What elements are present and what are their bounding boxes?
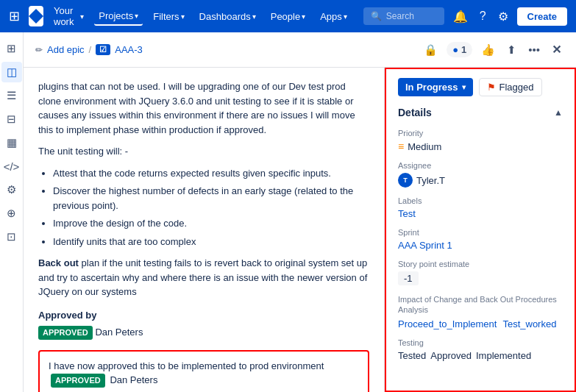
testing-tag-approved[interactable]: Approved xyxy=(430,350,472,361)
chevron-down-icon: ▾ xyxy=(135,12,138,20)
search-icon: 🔍 xyxy=(371,11,382,21)
nav-filters[interactable]: Filters ▾ xyxy=(149,8,188,25)
approved-by-section: Approved by APPROVED Dan Peters xyxy=(38,308,369,340)
approval-banner: I have now approved this to be implement… xyxy=(38,350,369,393)
jira-ticket-icon: ☑ xyxy=(96,44,110,55)
back-out-label: Back out xyxy=(38,257,79,268)
approved-by-label: Approved by xyxy=(38,308,369,323)
nav-dashboards[interactable]: Dashboards ▾ xyxy=(195,8,260,25)
priority-icon: ≡ xyxy=(398,140,404,152)
list-item: Attest that the code returns expected re… xyxy=(53,166,369,181)
chevron-down-icon: ▾ xyxy=(462,83,466,91)
share-icon[interactable]: ⬆ xyxy=(504,40,519,60)
content-split: plugins that can not be used. I will be … xyxy=(24,68,576,392)
sidebar-list-icon[interactable]: ☰ xyxy=(1,85,22,106)
priority-value: ≡ Medium xyxy=(398,140,563,152)
notification-icon[interactable]: 🔔 xyxy=(450,7,471,26)
story-point-box: -1 xyxy=(398,271,419,285)
story-point-label: Story point estimate xyxy=(398,260,563,268)
testing-section: Testing Tested Approved Implemented xyxy=(398,338,563,361)
left-sidebar: ⊞ ◫ ☰ ⊟ ▦ </> ⚙ ⊕ ⊡ xyxy=(0,32,24,392)
story-point-value: -1 xyxy=(398,271,563,285)
impact-link-2[interactable]: Test_worked xyxy=(502,318,556,329)
labels-value: Test xyxy=(398,208,563,219)
breadcrumb: ✏ Add epic / ☑ AAA-3 xyxy=(35,44,415,55)
back-out-text: Back out plan if the unit testing fails … xyxy=(38,256,369,299)
labels-row: Labels Test xyxy=(398,196,563,219)
help-icon[interactable]: ? xyxy=(477,7,489,26)
status-label: In Progress xyxy=(405,82,458,93)
unit-testing-intro: The unit testing will: - xyxy=(38,144,369,159)
impact-link-1[interactable]: Proceed_to_Implement xyxy=(398,318,497,329)
list-item: Discover the highest number of defects i… xyxy=(53,184,369,213)
chevron-down-icon: ▾ xyxy=(302,13,305,21)
grid-icon[interactable]: ⊞ xyxy=(9,8,20,24)
details-label: Details xyxy=(398,107,432,118)
lock-icon[interactable]: 🔒 xyxy=(421,40,441,60)
impact-row: Impact of Change and Back Out Procedures… xyxy=(398,294,563,329)
label-tag[interactable]: Test xyxy=(398,208,416,219)
nav-people[interactable]: People ▾ xyxy=(266,8,310,25)
sidebar-code-icon[interactable]: </> xyxy=(1,156,22,177)
sidebar-more-icon[interactable]: ⊡ xyxy=(1,227,22,247)
testing-tag-tested[interactable]: Tested xyxy=(398,350,426,361)
breadcrumb-separator: / xyxy=(89,44,92,55)
header-actions: 🔒 ● 1 👍 ⬆ ••• ✕ xyxy=(421,40,564,60)
eye-icon: ● xyxy=(452,44,458,55)
app-logo[interactable] xyxy=(29,6,43,26)
sprint-link[interactable]: AAA Sprint 1 xyxy=(398,240,452,251)
chevron-down-icon: ▾ xyxy=(181,13,185,21)
nav-your-work[interactable]: Your work ▾ xyxy=(49,2,88,30)
nav-projects[interactable]: Projects ▾ xyxy=(94,7,143,26)
testing-tags: Tested Approved Implemented xyxy=(398,350,563,361)
approved-by-value: APPROVED Dan Peters xyxy=(38,325,369,340)
details-section-header[interactable]: Details ▲ xyxy=(398,107,563,118)
flagged-button[interactable]: ⚑ Flagged xyxy=(479,78,542,96)
sprint-label: Sprint xyxy=(398,228,563,237)
assignee-avatar: T xyxy=(398,173,413,188)
sprint-row: Sprint AAA Sprint 1 xyxy=(398,228,563,251)
assignee-name: Tyler.T xyxy=(416,175,445,186)
sidebar-backlog-icon[interactable]: ⊟ xyxy=(1,109,22,129)
back-out-detail: plan if the unit testing fails to is rev… xyxy=(38,257,367,297)
chevron-down-icon: ▾ xyxy=(252,13,256,21)
more-options-icon[interactable]: ••• xyxy=(525,40,543,59)
testing-label: Testing xyxy=(398,338,563,347)
watch-button[interactable]: ● 1 xyxy=(447,42,472,57)
impact-label: Impact of Change and Back Out Procedures… xyxy=(398,294,563,316)
impact-links: Proceed_to_Implement Test_worked xyxy=(398,318,563,329)
edit-icon[interactable]: ✏ xyxy=(35,45,43,55)
right-panel: In Progress ▾ ⚑ Flagged Details ▲ Priori… xyxy=(385,68,576,392)
content-paragraph: plugins that can not be used. I will be … xyxy=(38,79,369,137)
list-item: Identify units that are too complex xyxy=(53,235,369,249)
chevron-down-icon: ▾ xyxy=(344,13,347,21)
add-epic-link[interactable]: Add epic xyxy=(47,44,85,55)
top-navigation: ⊞ Your work ▾ Projects ▾ Filters ▾ Dashb… xyxy=(0,0,576,32)
list-item: Improve the design of the code. xyxy=(53,216,369,231)
bullet-list: Attest that the code returns expected re… xyxy=(53,166,369,249)
search-bar[interactable]: 🔍 Search xyxy=(363,7,444,25)
assignee-row: Assignee T Tyler.T xyxy=(398,161,563,188)
banner-text: I have now approved this to be implement… xyxy=(49,360,324,371)
like-icon[interactable]: 👍 xyxy=(478,40,498,60)
sidebar-home-icon[interactable]: ⊞ xyxy=(1,38,22,59)
create-button[interactable]: Create xyxy=(517,7,567,26)
story-point-row: Story point estimate -1 xyxy=(398,260,563,285)
settings-icon[interactable]: ⚙ xyxy=(495,7,511,26)
priority-text: Medium xyxy=(408,141,441,152)
chevron-down-icon: ▾ xyxy=(80,13,84,21)
sidebar-reports-icon[interactable]: ▦ xyxy=(1,132,22,153)
sidebar-add-icon[interactable]: ⊕ xyxy=(1,203,22,224)
testing-tag-implemented[interactable]: Implemented xyxy=(476,350,531,361)
banner-approved-tag: APPROVED xyxy=(51,374,105,388)
close-icon[interactable]: ✕ xyxy=(549,40,564,60)
approved-name: Dan Peters xyxy=(95,327,143,338)
sidebar-settings-icon[interactable]: ⚙ xyxy=(1,179,22,200)
assignee-value: T Tyler.T xyxy=(398,173,563,188)
panel-header: ✏ Add epic / ☑ AAA-3 🔒 ● 1 👍 ⬆ ••• ✕ xyxy=(24,32,576,68)
watch-count: 1 xyxy=(461,44,466,55)
nav-apps[interactable]: Apps ▾ xyxy=(316,8,352,25)
status-button[interactable]: In Progress ▾ xyxy=(398,78,473,96)
ticket-id[interactable]: AAA-3 xyxy=(115,44,143,55)
sidebar-board-icon[interactable]: ◫ xyxy=(1,62,22,82)
